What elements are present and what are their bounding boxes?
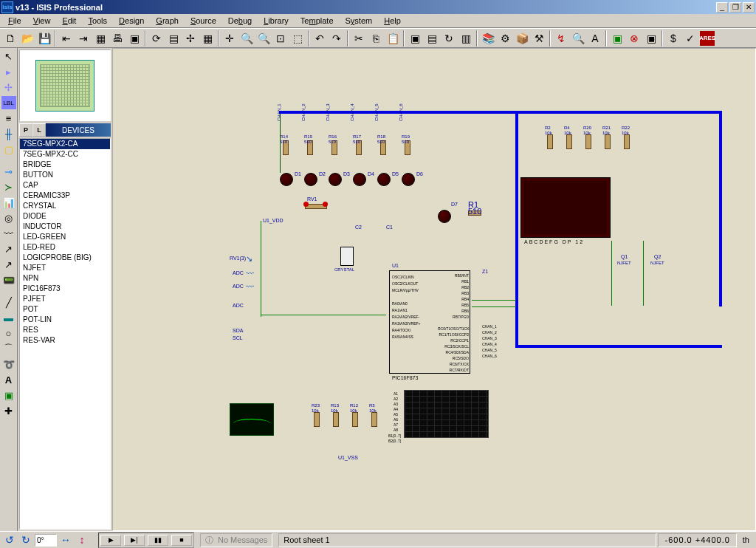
overview-preview[interactable] bbox=[19, 49, 111, 121]
zoom-area-icon[interactable]: ⬚ bbox=[289, 30, 306, 47]
decompose-icon[interactable]: ⚒ bbox=[531, 30, 547, 47]
zoom-all-icon[interactable]: ⊡ bbox=[272, 30, 289, 47]
block-delete-icon[interactable]: ▥ bbox=[458, 30, 474, 47]
pick-library-icon[interactable]: 📚 bbox=[480, 30, 496, 47]
component-mode-icon[interactable]: ▸ bbox=[1, 65, 16, 78]
device-item[interactable]: PJFET bbox=[20, 294, 110, 304]
menu-design[interactable]: Design bbox=[113, 15, 150, 27]
device-item[interactable]: RES bbox=[20, 325, 110, 335]
menu-file[interactable]: File bbox=[2, 15, 27, 27]
mirror-h-icon[interactable]: ↔ bbox=[58, 533, 73, 547]
bus-mode-icon[interactable]: ╫ bbox=[1, 127, 16, 140]
menu-library[interactable]: Library bbox=[258, 15, 295, 27]
rotate-cw-icon[interactable]: ↻ bbox=[18, 533, 33, 547]
menu-system[interactable]: System bbox=[340, 15, 379, 27]
block-rotate-icon[interactable]: ↻ bbox=[441, 30, 457, 47]
device-item[interactable]: CRYSTAL bbox=[20, 201, 110, 211]
line-2d-icon[interactable]: ╱ bbox=[1, 295, 16, 309]
device-item[interactable]: LED-RED bbox=[20, 242, 110, 253]
box-2d-icon[interactable]: ▬ bbox=[1, 311, 16, 324]
import-icon[interactable]: ⇤ bbox=[58, 30, 75, 47]
block-move-icon[interactable]: ▤ bbox=[424, 30, 440, 47]
menu-source[interactable]: Source bbox=[185, 15, 222, 27]
cut-icon[interactable]: ✂ bbox=[351, 30, 367, 47]
open-file-icon[interactable]: 📂 bbox=[19, 30, 35, 47]
device-pin-icon[interactable]: ≻ bbox=[1, 180, 16, 193]
device-item[interactable]: RES-VAR bbox=[20, 335, 110, 346]
save-file-icon[interactable]: 💾 bbox=[36, 30, 52, 47]
restore-button[interactable]: ❐ bbox=[729, 2, 741, 13]
stop-button[interactable]: ■ bbox=[171, 535, 192, 546]
text-2d-icon[interactable]: A bbox=[1, 373, 16, 386]
property-assign-icon[interactable]: A bbox=[587, 30, 603, 47]
probe-v-icon[interactable]: ↗ bbox=[1, 242, 16, 256]
device-item[interactable]: POT-LIN bbox=[20, 315, 110, 325]
remove-sheet-icon[interactable]: ⊗ bbox=[626, 30, 642, 47]
device-item[interactable]: BUTTON bbox=[20, 170, 110, 180]
pot-wiper-btn[interactable] bbox=[303, 202, 309, 207]
netlist-icon[interactable]: ARES bbox=[699, 30, 715, 47]
pick-l-button[interactable]: L bbox=[32, 123, 46, 137]
refresh-icon[interactable]: ⟳ bbox=[148, 30, 165, 47]
menu-help[interactable]: Help bbox=[378, 15, 407, 27]
search-tag-icon[interactable]: 🔍 bbox=[570, 30, 586, 47]
print-area-icon[interactable]: ▦ bbox=[92, 30, 109, 47]
instrument-icon[interactable]: 📟 bbox=[1, 273, 16, 287]
play-button[interactable]: ▶ bbox=[100, 535, 121, 546]
terminal-mode-icon[interactable]: ⊸ bbox=[1, 165, 16, 178]
device-item[interactable]: CAP bbox=[20, 180, 110, 191]
circle-2d-icon[interactable]: ○ bbox=[1, 326, 16, 340]
zoom-to-sheet-icon[interactable]: ▣ bbox=[643, 30, 659, 47]
device-item[interactable]: NPN bbox=[20, 273, 110, 284]
device-item[interactable]: CERAMIC33P bbox=[20, 191, 110, 201]
zoom-out-icon[interactable]: 🔍 bbox=[255, 30, 272, 47]
subcircuit-mode-icon[interactable]: ▢ bbox=[1, 143, 16, 156]
probe-i-icon[interactable]: ↗ bbox=[1, 258, 16, 271]
make-device-icon[interactable]: ⚙ bbox=[497, 30, 513, 47]
minimize-button[interactable]: _ bbox=[716, 2, 728, 13]
copy-icon[interactable]: ⎘ bbox=[368, 30, 384, 47]
pause-button[interactable]: ▮▮ bbox=[148, 535, 168, 546]
device-item[interactable]: PIC16F873 bbox=[20, 284, 110, 294]
rotate-ccw-icon[interactable]: ↺ bbox=[2, 533, 17, 547]
block-copy-icon[interactable]: ▣ bbox=[407, 30, 423, 47]
bom-icon[interactable]: $ bbox=[665, 30, 681, 47]
device-item[interactable]: 7SEG-MPX2-CA bbox=[20, 139, 110, 149]
graph-mode-icon[interactable]: 📊 bbox=[1, 196, 16, 209]
mirror-v-icon[interactable]: ↕ bbox=[75, 533, 89, 547]
print-icon[interactable]: 🖶 bbox=[109, 30, 126, 47]
grid-icon[interactable]: ▦ bbox=[199, 30, 216, 47]
new-sheet-icon[interactable]: ▣ bbox=[609, 30, 625, 47]
sheet-name[interactable]: Root sheet 1 bbox=[284, 535, 329, 544]
menu-template[interactable]: Template bbox=[295, 15, 340, 27]
new-file-icon[interactable]: 🗋 bbox=[2, 30, 18, 47]
erc-icon[interactable]: ✓ bbox=[682, 30, 698, 47]
label-mode-icon[interactable]: LBL bbox=[1, 96, 16, 109]
device-item[interactable]: NJFET bbox=[20, 263, 110, 273]
symbol-2d-icon[interactable]: ▣ bbox=[1, 388, 16, 402]
schematic-canvas[interactable]: D1 D2 D3 D4 D5 D6 R14510 R15510 R16510 R… bbox=[112, 48, 756, 531]
device-item[interactable]: POT bbox=[20, 304, 110, 315]
tape-mode-icon[interactable]: ◎ bbox=[1, 211, 16, 225]
path-2d-icon[interactable]: ➰ bbox=[1, 357, 16, 371]
layers-icon[interactable]: ▤ bbox=[165, 30, 182, 47]
rotation-input[interactable] bbox=[35, 534, 57, 547]
arc-2d-icon[interactable]: ⌒ bbox=[1, 342, 16, 355]
pan-center-icon[interactable]: ✛ bbox=[221, 30, 238, 47]
menu-tools[interactable]: Tools bbox=[82, 15, 113, 27]
export-icon[interactable]: ⇥ bbox=[75, 30, 92, 47]
device-item[interactable]: DIODE bbox=[20, 211, 110, 222]
device-item[interactable]: 7SEG-MPX2-CC bbox=[20, 149, 110, 160]
device-item[interactable]: LED-GREEN bbox=[20, 232, 110, 242]
wire-autoroute-icon[interactable]: ↯ bbox=[553, 30, 569, 47]
menu-graph[interactable]: Graph bbox=[150, 15, 185, 27]
device-list[interactable]: 7SEG-MPX2-CA7SEG-MPX2-CCBRIDGEBUTTONCAPC… bbox=[19, 138, 111, 530]
redo-icon[interactable]: ↷ bbox=[329, 30, 345, 47]
zoom-in-icon[interactable]: 🔍 bbox=[238, 30, 255, 47]
mark-output-icon[interactable]: ▣ bbox=[126, 30, 142, 47]
selection-mode-icon[interactable]: ↖ bbox=[1, 49, 16, 63]
pick-p-button[interactable]: P bbox=[19, 123, 32, 137]
origin-icon[interactable]: ✢ bbox=[182, 30, 199, 47]
junction-mode-icon[interactable]: ✢ bbox=[1, 81, 16, 94]
menu-edit[interactable]: Edit bbox=[56, 15, 82, 27]
